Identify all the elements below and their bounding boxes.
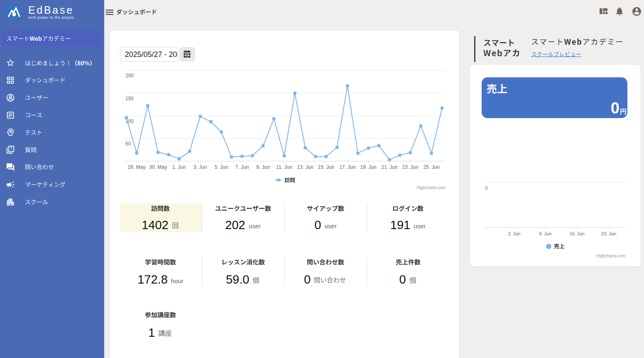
svg-text:9. Jun: 9. Jun: [256, 164, 270, 170]
svg-text:23. Jun: 23. Jun: [402, 164, 418, 170]
svg-text:7. Jun: 7. Jun: [235, 164, 249, 170]
svg-text:15. Jun: 15. Jun: [318, 164, 334, 170]
svg-text:2. Jun: 2. Jun: [508, 231, 521, 236]
svg-text:Highcharts.com: Highcharts.com: [597, 254, 625, 258]
svg-text:16. Jun: 16. Jun: [570, 231, 585, 236]
svg-text:1. Jun: 1. Jun: [172, 164, 186, 170]
svg-text:9. Jun: 9. Jun: [539, 231, 551, 236]
svg-text:13. Jun: 13. Jun: [297, 164, 313, 170]
svg-text:11. Jun: 11. Jun: [276, 164, 292, 170]
svg-text:Highcharts.com: Highcharts.com: [417, 185, 446, 190]
svg-text:3. Jun: 3. Jun: [193, 164, 207, 170]
svg-text:25. Jun: 25. Jun: [423, 164, 439, 170]
svg-text:21. Jun: 21. Jun: [381, 164, 397, 170]
svg-text:30. May: 30. May: [149, 164, 167, 170]
svg-text:23. Jun: 23. Jun: [601, 231, 616, 236]
svg-text:17. Jun: 17. Jun: [339, 164, 355, 170]
svg-text:150: 150: [125, 96, 134, 101]
svg-text:50: 50: [125, 141, 131, 147]
svg-text:28. May: 28. May: [128, 164, 146, 170]
svg-text:200: 200: [125, 73, 134, 79]
svg-text:5. Jun: 5. Jun: [215, 164, 228, 170]
svg-text:19. Jun: 19. Jun: [360, 164, 376, 170]
svg-text:0: 0: [485, 185, 488, 190]
